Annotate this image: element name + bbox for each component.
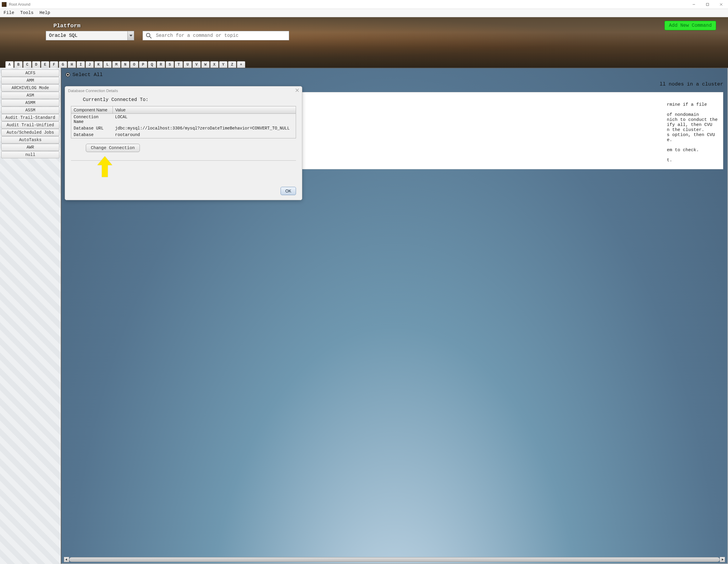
change-connection-label: Change Connection (91, 145, 135, 150)
alpha-tab-g[interactable]: G (59, 61, 67, 68)
sidebar-item-amm[interactable]: AMM (1, 77, 59, 84)
sidebar-item-null[interactable]: null (1, 151, 59, 158)
select-all-radio[interactable]: Select All (66, 72, 103, 77)
change-connection-button[interactable]: Change Connection (86, 144, 140, 152)
close-window-button[interactable] (714, 0, 728, 9)
app-icon (2, 2, 7, 7)
sidebar-item-auto-scheduled-jobs[interactable]: Auto/Scheduled Jobs (1, 129, 59, 136)
radio-icon (66, 72, 70, 77)
svg-marker-7 (65, 558, 67, 561)
svg-line-6 (150, 37, 151, 38)
modal-close-button[interactable] (295, 88, 299, 93)
alpha-tab-a[interactable]: A (5, 61, 14, 68)
db-connection-modal: Database Connection Details Currently Co… (65, 86, 302, 200)
select-all-label: Select All (72, 72, 103, 77)
alpha-tab-i[interactable]: I (77, 61, 85, 68)
platform-label: Platform (53, 23, 80, 29)
sidebar-item-acfs[interactable]: ACFS (1, 69, 59, 77)
table-row: Databaserootaround (71, 131, 296, 138)
alpha-tab-u[interactable]: U (183, 61, 192, 68)
alpha-tabs: ABCDEFGHIJKLMNOPQRSTUVWXYZ+ (5, 61, 245, 68)
ok-button[interactable]: OK (281, 187, 296, 195)
window-controls (687, 0, 728, 9)
menu-file[interactable]: File (4, 10, 14, 15)
alpha-tab-j[interactable]: J (86, 61, 94, 68)
cell-component-name: Database URL (71, 125, 113, 131)
scroll-left-icon[interactable] (64, 557, 69, 562)
svg-point-5 (146, 33, 150, 37)
ok-label: OK (285, 188, 291, 193)
alpha-tab-q[interactable]: Q (148, 61, 156, 68)
menu-tools[interactable]: Tools (20, 10, 34, 15)
close-icon (720, 3, 723, 6)
minimize-icon (692, 3, 695, 6)
table-row: Connection NameLOCAL (71, 114, 296, 125)
sidebar-item-audit-trail-standard[interactable]: Audit Trail-Standard (1, 114, 59, 121)
alpha-tab-y[interactable]: Y (219, 61, 227, 68)
modal-subtitle: Currently Connected To: (83, 97, 296, 102)
search-box[interactable] (143, 31, 289, 40)
sidebar-item-assm[interactable]: ASSM (1, 107, 59, 114)
cell-value: LOCAL (113, 114, 296, 125)
add-new-command-label: Add New Command (669, 23, 712, 28)
minimize-button[interactable] (687, 0, 701, 9)
maximize-icon (706, 3, 709, 6)
chevron-down-icon (127, 31, 134, 40)
alpha-tab-m[interactable]: M (112, 61, 121, 68)
alpha-tab-r[interactable]: R (157, 61, 165, 68)
maximize-button[interactable] (701, 0, 714, 9)
alpha-tab-p[interactable]: P (139, 61, 147, 68)
close-icon (295, 88, 299, 92)
modal-title: Database Connection Details (68, 88, 118, 93)
platform-select[interactable]: Oracle SQL (46, 31, 134, 40)
svg-rect-1 (706, 3, 709, 6)
col-value: Value (113, 106, 296, 114)
sidebar-item-autotasks[interactable]: AutoTasks (1, 136, 59, 143)
sidebar-item-awr[interactable]: AWR (1, 144, 59, 151)
alpha-tab-e[interactable]: E (41, 61, 49, 68)
table-row: Database URLjdbc:mysql://localhost:3306/… (71, 125, 296, 131)
sidebar-item-asmm[interactable]: ASMM (1, 99, 59, 106)
search-icon (146, 33, 152, 39)
alpha-tab-+[interactable]: + (237, 61, 245, 68)
alpha-tab-b[interactable]: B (14, 61, 23, 68)
alpha-tab-k[interactable]: K (94, 61, 103, 68)
alpha-tab-o[interactable]: O (130, 61, 138, 68)
titlebar: Root Around (0, 0, 728, 9)
alpha-tab-l[interactable]: L (103, 61, 112, 68)
connection-table: Component Name Value Connection NameLOCA… (71, 106, 296, 138)
platform-select-value: Oracle SQL (49, 33, 77, 38)
annotation-arrow-icon (97, 156, 112, 178)
scroll-right-icon[interactable] (720, 557, 725, 562)
cell-component-name: Connection Name (71, 114, 113, 125)
alpha-tab-s[interactable]: S (166, 61, 174, 68)
alpha-tab-d[interactable]: D (32, 61, 40, 68)
svg-marker-8 (722, 558, 724, 561)
window-title: Root Around (9, 2, 30, 7)
alpha-tab-w[interactable]: W (201, 61, 210, 68)
cell-value: jdbc:mysql://localhost:3306/mysql?zeroDa… (113, 125, 296, 131)
svg-marker-11 (97, 156, 112, 177)
horizontal-scrollbar[interactable] (64, 557, 725, 562)
sidebar-item-asm[interactable]: ASM (1, 92, 59, 99)
doc-text: rmine if a file of nondomain nich to con… (667, 102, 718, 163)
menu-help[interactable]: Help (39, 10, 50, 15)
alpha-tab-t[interactable]: T (175, 61, 183, 68)
cell-component-name: Database (71, 131, 113, 138)
col-component-name: Component Name (71, 106, 113, 114)
alpha-tab-v[interactable]: V (192, 61, 201, 68)
alpha-tab-z[interactable]: Z (228, 61, 236, 68)
svg-marker-4 (129, 35, 132, 37)
alpha-tab-c[interactable]: C (23, 61, 31, 68)
sidebar-item-archivelog-mode[interactable]: ARCHIVELOG Mode (1, 84, 59, 91)
alpha-tab-h[interactable]: H (68, 61, 76, 68)
add-new-command-button[interactable]: Add New Command (664, 21, 716, 30)
cell-value: rootaround (113, 131, 296, 138)
alpha-tab-n[interactable]: N (121, 61, 129, 68)
alpha-tab-x[interactable]: X (210, 61, 219, 68)
sidebar: ACFSAMMARCHIVELOG ModeASMASMMASSMAudit T… (0, 68, 61, 564)
alpha-tab-f[interactable]: F (50, 61, 58, 68)
sidebar-item-audit-trail-unified[interactable]: Audit Trail-Unified (1, 121, 59, 129)
scroll-track[interactable] (69, 557, 720, 562)
search-input[interactable] (156, 33, 286, 38)
